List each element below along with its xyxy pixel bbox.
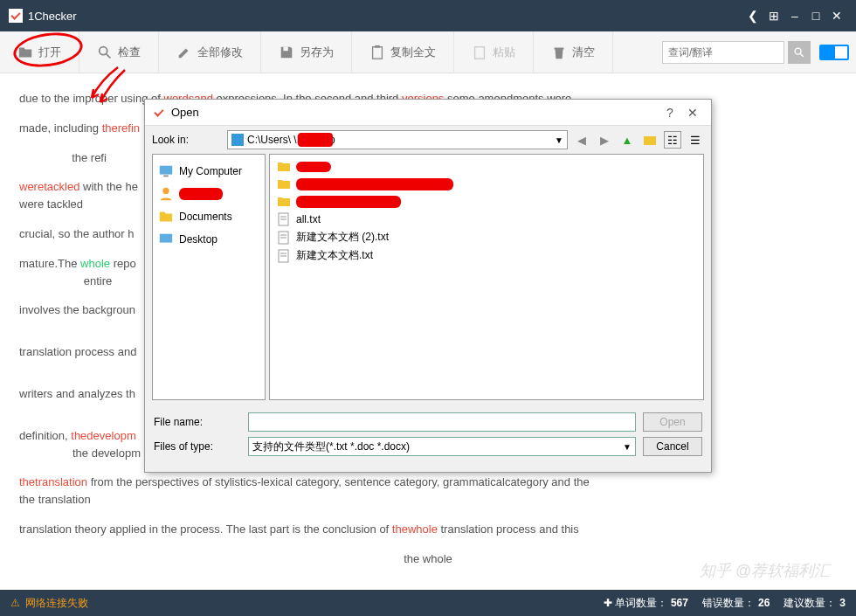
app-title: 1Checker	[28, 10, 77, 23]
save-as-button[interactable]: 另存为	[261, 31, 352, 73]
svg-rect-5	[475, 46, 485, 58]
copy-all-button[interactable]: 复制全文	[352, 31, 454, 73]
sidebar-item-my-computer[interactable]: My Computer	[156, 160, 261, 183]
plus-icon: ✚	[604, 597, 612, 609]
dialog-cancel-button[interactable]: Cancel	[643, 437, 702, 456]
search-icon	[97, 45, 113, 60]
windows-icon[interactable]: ⊞	[763, 9, 784, 23]
titlebar: 1Checker ❮ ⊞ – □ ✕	[0, 0, 856, 31]
file-item-folder3[interactable]	[273, 193, 700, 211]
dialog-title: Open	[171, 106, 199, 119]
svg-rect-9	[160, 166, 172, 175]
svg-rect-2	[283, 46, 287, 51]
redacted-text	[296, 162, 331, 172]
file-type-label: Files of type:	[154, 440, 241, 453]
text-file-icon	[277, 212, 291, 226]
search-input[interactable]	[662, 41, 784, 64]
clipboard-icon	[369, 45, 385, 60]
sidebar-item-documents[interactable]: Documents	[156, 205, 261, 228]
sidebar-item-user[interactable]	[156, 183, 261, 205]
statusbar: ⚠ 网络连接失败 ✚ 单词数量：567 错误数量：26 建议数量：3	[0, 590, 856, 616]
clear-button[interactable]: 清空	[534, 31, 613, 73]
save-icon	[279, 45, 294, 60]
toolbar: 打开 检查 全部修改 另存为 复制全文 粘贴 清空	[0, 31, 856, 73]
svg-rect-4	[375, 45, 379, 47]
svg-rect-10	[163, 176, 168, 177]
svg-point-11	[162, 188, 169, 194]
svg-rect-8	[644, 136, 656, 145]
toggle-switch[interactable]	[819, 45, 849, 60]
file-name-label: File name:	[154, 416, 241, 428]
look-in-label: Look in:	[152, 134, 222, 146]
trash-icon	[551, 45, 567, 60]
drive-icon	[231, 134, 244, 146]
file-item-newdoc2[interactable]: 新建文本文档 (2).txt	[273, 228, 700, 246]
file-item-newdoc[interactable]: 新建文本文档.txt	[273, 246, 700, 265]
svg-line-7	[800, 53, 804, 57]
folder-icon	[158, 209, 174, 225]
paste-button[interactable]: 粘贴	[454, 31, 534, 73]
app-logo-icon	[9, 9, 23, 23]
open-dialog: Open ? ✕ Look in: C:\Users\ \Desktop ▼ ◀…	[144, 99, 712, 473]
back-icon[interactable]: ◀	[573, 131, 590, 149]
file-item-folder2[interactable]	[273, 176, 700, 193]
chevron-down-icon: ▼	[555, 135, 563, 145]
svg-rect-3	[373, 46, 383, 58]
paste-icon	[472, 45, 487, 60]
folder-icon	[17, 45, 33, 60]
status-warning: ⚠ 网络连接失败	[10, 596, 88, 611]
user-icon	[158, 186, 174, 202]
folder-icon	[277, 160, 291, 174]
file-item-folder1[interactable]	[273, 158, 700, 176]
svg-rect-12	[160, 234, 172, 243]
close-icon[interactable]: ✕	[826, 9, 847, 23]
dialog-logo-icon	[152, 106, 166, 120]
path-dropdown[interactable]: C:\Users\ \Desktop ▼	[227, 130, 568, 149]
dialog-close-icon[interactable]: ✕	[681, 106, 704, 120]
share-icon[interactable]: ❮	[742, 9, 763, 23]
file-list[interactable]: all.txt 新建文本文档 (2).txt 新建文本文档.txt	[269, 154, 704, 400]
list-view-icon[interactable]: ☷	[664, 131, 681, 149]
up-icon[interactable]: ▲	[618, 131, 636, 149]
desktop-icon	[158, 232, 174, 247]
open-button[interactable]: 打开	[0, 31, 79, 73]
redacted-text	[296, 196, 401, 208]
file-name-input[interactable]	[248, 412, 636, 432]
detail-view-icon[interactable]: ☰	[687, 131, 704, 149]
computer-icon	[158, 163, 174, 179]
stat-errors: 错误数量：26	[702, 596, 770, 611]
redacted-text	[179, 188, 223, 200]
svg-point-6	[795, 48, 801, 54]
folder-icon	[277, 177, 291, 191]
brush-icon	[176, 45, 192, 60]
maximize-icon[interactable]: □	[805, 9, 826, 23]
file-item-all-txt[interactable]: all.txt	[273, 211, 700, 228]
search-button[interactable]	[788, 41, 811, 64]
text-file-icon	[277, 249, 291, 263]
chevron-down-icon: ▼	[623, 442, 632, 452]
folder-icon	[277, 195, 291, 209]
dialog-open-button[interactable]: Open	[643, 412, 702, 432]
minimize-icon[interactable]: –	[784, 9, 805, 23]
places-sidebar: My Computer Documents Desktop	[152, 154, 266, 400]
file-type-select[interactable]: 支持的文件类型(*.txt *.doc *.docx) ▼	[248, 437, 636, 456]
dialog-titlebar: Open ? ✕	[145, 100, 711, 126]
sidebar-item-desktop[interactable]: Desktop	[156, 228, 261, 251]
stat-words: ✚ 单词数量：567	[604, 596, 688, 611]
modify-all-button[interactable]: 全部修改	[159, 31, 261, 73]
new-folder-icon[interactable]	[641, 131, 659, 149]
help-icon[interactable]: ?	[659, 106, 681, 120]
svg-point-0	[100, 46, 107, 54]
svg-line-1	[107, 53, 111, 58]
stat-suggestions: 建议数量：3	[784, 596, 846, 611]
forward-icon[interactable]: ▶	[596, 131, 613, 149]
text-file-icon	[277, 231, 291, 245]
warning-icon: ⚠	[10, 597, 20, 609]
check-button[interactable]: 检查	[79, 31, 159, 73]
search-icon	[793, 46, 805, 59]
redacted-text	[296, 178, 453, 190]
redacted-blob	[298, 133, 333, 147]
